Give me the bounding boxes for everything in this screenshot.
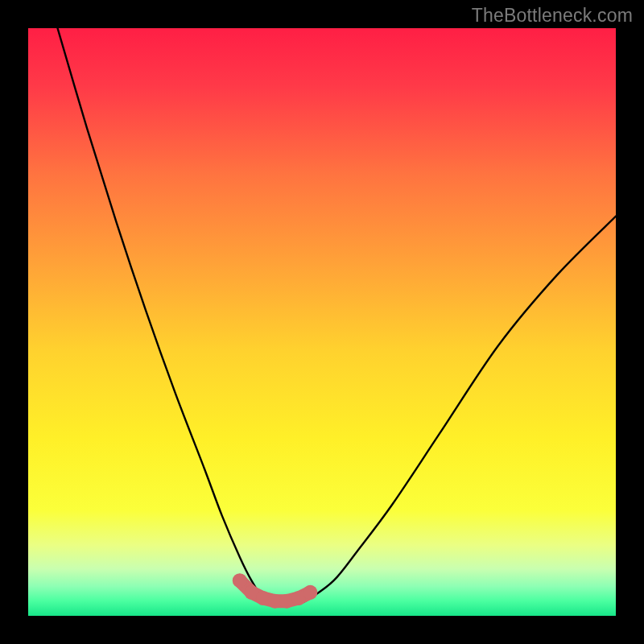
valley-marker-dot — [303, 585, 317, 600]
valley-marker-dot — [233, 573, 247, 588]
chart-frame: TheBottleneck.com — [0, 0, 644, 644]
optimal-range-markers — [233, 573, 318, 609]
watermark-text: TheBottleneck.com — [472, 5, 633, 27]
bottleneck-curve — [58, 28, 617, 605]
plot-area — [28, 28, 616, 616]
curve-layer — [28, 28, 616, 616]
